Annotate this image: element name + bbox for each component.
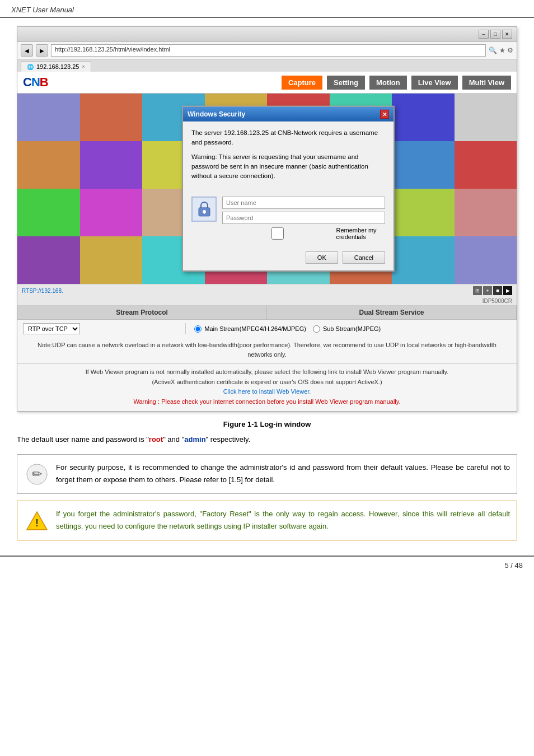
forward-button[interactable]: ▶ (36, 44, 48, 57)
dialog-security-icon (191, 197, 217, 222)
color-cell (455, 94, 517, 141)
color-cell (17, 189, 80, 236)
header-text: XNET User Manual (11, 6, 74, 14)
remember-label: Remember my credentials (336, 227, 385, 240)
dialog-form: Remember my credentials (183, 192, 394, 247)
ok-button[interactable]: OK (306, 251, 338, 264)
close-button[interactable]: ✕ (502, 30, 512, 39)
install-text: If Web Viewer program is not normally in… (17, 363, 517, 411)
windows-security-dialog: Windows Security ✕ The server 192.168.12… (182, 106, 395, 272)
page-footer: 5 / 48 (0, 556, 534, 574)
remember-checkbox[interactable] (222, 227, 333, 240)
status-icon-2: + (483, 286, 492, 295)
svg-rect-2 (204, 212, 205, 214)
status-icon-1: ⊞ (473, 286, 482, 295)
stream-body: RTP over TCP Main Stream(MPEG4/H.264/MJP… (17, 320, 517, 338)
camera-status-bar: RTSP://192.168. ⊞ + ■ ▶ (17, 284, 517, 297)
address-input[interactable]: http://192.168.123.25/html/view/index.ht… (51, 44, 486, 57)
setting-button[interactable]: Setting (327, 76, 365, 90)
note-text: Note:UDP can cause a network overload in… (17, 338, 517, 363)
page-header: XNET User Manual (0, 0, 534, 18)
dual-stream-header: Dual Stream Service (267, 306, 517, 319)
rtsp-url: RTSP://192.168. (22, 288, 63, 294)
stream-right: Main Stream(MPEG4/H.264/MJPEG) Sub Strea… (186, 325, 517, 333)
stream-left: RTP over TCP (17, 323, 186, 334)
color-cell (392, 236, 455, 284)
body-suffix: " respectively. (206, 435, 251, 444)
status-icon-3: ■ (493, 286, 502, 295)
dialog-buttons: OK Cancel (183, 247, 394, 270)
liveview-button[interactable]: Live View (411, 76, 458, 90)
dialog-close-button[interactable]: ✕ (380, 110, 389, 119)
install-line2: (ActiveX authentication certificate is e… (152, 379, 382, 385)
minimize-button[interactable]: – (479, 30, 489, 39)
main-content: – □ ✕ ◀ ▶ http://192.168.123.25/html/vie… (0, 18, 534, 556)
browser-titlebar: – □ ✕ (17, 27, 517, 42)
sub-stream-radio-group: Sub Stream(MJPEG) (313, 325, 381, 333)
multiview-button[interactable]: Multi View (462, 76, 511, 90)
stream-protocol-header: Stream Protocol (17, 306, 267, 319)
dialog-fields: Remember my credentials (222, 197, 385, 240)
color-cell (455, 236, 517, 284)
titlebar-buttons: – □ ✕ (479, 30, 512, 39)
capture-button[interactable]: Capture (282, 76, 322, 90)
tab-loading-icon: 🌐 (27, 64, 34, 70)
status-icon-4: ▶ (503, 286, 512, 295)
color-cell (17, 94, 80, 141)
install-link[interactable]: Click here to install Web Viewer. (223, 388, 311, 395)
pencil-icon: ✏ (24, 461, 49, 487)
browser-addressbar: ◀ ▶ http://192.168.123.25/html/view/inde… (17, 42, 517, 59)
info-box-security: ✏ For security purpose, it is recommende… (17, 454, 517, 494)
body-prefix: The default user name and password is " (17, 435, 149, 444)
color-cell (17, 236, 80, 284)
remember-credentials-option: Remember my credentials (222, 227, 385, 240)
dialog-message1: The server 192.168.123.25 at CNB-Network… (191, 128, 385, 148)
stream-controls: Stream Protocol Dual Stream Service RTP … (17, 305, 517, 411)
dialog-body: The server 192.168.123.25 at CNB-Network… (183, 122, 394, 192)
color-cell (80, 189, 143, 236)
username-input[interactable] (222, 197, 385, 209)
info-box-security-text: For security purpose, it is recommended … (56, 461, 510, 486)
page-number: 5 / 48 (504, 561, 523, 570)
color-cell (80, 236, 143, 284)
info-box-warning: ! If you forget the administrator's pass… (17, 501, 517, 540)
tab-close-icon[interactable]: × (82, 64, 85, 69)
cnb-logo: CNB (23, 75, 48, 90)
status-icons: ⊞ + ■ ▶ (473, 286, 512, 295)
sub-stream-radio[interactable] (313, 325, 320, 333)
password-input[interactable] (222, 212, 385, 224)
stream-header: Stream Protocol Dual Stream Service (17, 306, 517, 320)
note-content: Note:UDP can cause a network overload in… (38, 342, 496, 358)
motion-button[interactable]: Motion (369, 76, 407, 90)
warning-icon: ! (24, 508, 49, 533)
main-stream-label: Main Stream(MPEG4/H.264/MJPEG) (204, 325, 306, 332)
svg-text:!: ! (35, 517, 39, 529)
color-cell (17, 141, 80, 189)
main-stream-radio[interactable] (194, 325, 202, 333)
model-label: IDP5000CR (17, 297, 517, 305)
camera-ui: CNB Capture Setting Motion Live View Mul… (17, 72, 517, 411)
browser-window: – □ ✕ ◀ ▶ http://192.168.123.25/html/vie… (17, 26, 517, 412)
color-cell (80, 94, 143, 141)
color-cell (392, 141, 455, 189)
protocol-select[interactable]: RTP over TCP (23, 323, 80, 334)
body-text: The default user name and password is "r… (17, 434, 517, 446)
back-button[interactable]: ◀ (21, 44, 33, 57)
maximize-button[interactable]: □ (490, 30, 500, 39)
info-box-warning-text: If you forget the administrator's passwo… (56, 508, 510, 533)
sub-stream-label: Sub Stream(MJPEG) (323, 325, 381, 332)
tab-label: 192.168.123.25 (36, 63, 79, 70)
color-cell (455, 141, 517, 189)
body-middle: " and " (163, 435, 184, 444)
browser-tab[interactable]: 🌐 192.168.123.25 × (21, 61, 91, 72)
color-cell (80, 141, 143, 189)
address-icons: 🔍 ★ ⚙ (489, 46, 513, 54)
body-root-text: root (149, 435, 163, 444)
install-warning: Warning : Please check your internet con… (133, 398, 400, 405)
body-admin-text: admin (184, 435, 205, 444)
tab-bar: 🌐 192.168.123.25 × (17, 59, 517, 72)
color-cell (455, 189, 517, 236)
cancel-button[interactable]: Cancel (343, 251, 385, 264)
main-stream-radio-group: Main Stream(MPEG4/H.264/MJPEG) (194, 325, 306, 333)
figure-caption: Figure 1-1 Log-in window (17, 420, 517, 428)
